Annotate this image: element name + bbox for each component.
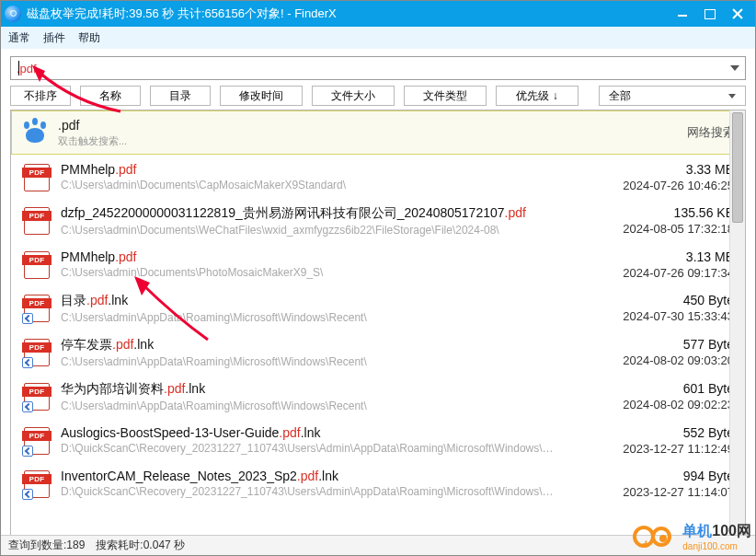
results-list: PDFPMMhelp.pdfC:\Users\admin\Documents\C…	[11, 155, 745, 504]
file-path: D:\QuickScanC\Recovery_20231227_110743\U…	[61, 442, 557, 455]
pdf-file-icon: PDF	[24, 383, 50, 411]
sort-size-button[interactable]: 文件大小	[312, 86, 395, 106]
results-panel: .pdf 双击触发搜索... 网络搜索 PDFPMMhelp.pdfC:\Use…	[10, 110, 746, 556]
search-dropdown-icon[interactable]	[730, 65, 739, 71]
result-row[interactable]: PDFAuslogics-BoostSpeed-13-User-Guide.pd…	[11, 418, 745, 461]
sort-type-button[interactable]: 文件类型	[404, 86, 487, 106]
filter-all-dropdown[interactable]: 全部	[599, 86, 746, 106]
pdf-file-icon: PDF	[24, 164, 50, 191]
result-row[interactable]: PDF目录.pdf.lnkC:\Users\admin\AppData\Roam…	[11, 285, 745, 330]
app-icon	[5, 6, 21, 22]
sort-toolbar: 不排序 名称 目录 修改时间 文件大小 文件类型 优先级 ↓ 全部	[10, 86, 746, 106]
result-row[interactable]: PDF停车发票.pdf.lnkC:\Users\admin\AppData\Ro…	[11, 330, 745, 374]
scrollbar-thumb[interactable]	[732, 112, 743, 223]
pdf-file-icon: PDF	[24, 251, 50, 279]
file-size: 552 Byte	[587, 425, 734, 440]
result-row[interactable]: PDFPMMhelp.pdfC:\Users\admin\Documents\P…	[11, 242, 745, 285]
sort-dir-button[interactable]: 目录	[150, 86, 211, 106]
pdf-file-icon: PDF	[24, 427, 50, 455]
search-box[interactable]	[10, 56, 746, 80]
file-date: 2024-08-02 09:03:20	[587, 353, 734, 367]
file-name: 停车发票.pdf.lnk	[61, 337, 576, 353]
menu-general[interactable]: 通常	[8, 30, 30, 46]
status-count: 查询到数量:189	[8, 538, 85, 553]
shortcut-overlay-icon	[22, 401, 33, 412]
watermark-logo: + 单机100网 danji100.com	[633, 522, 751, 551]
chevron-down-icon	[728, 94, 736, 98]
file-date: 2023-12-27 11:12:49	[587, 442, 734, 456]
close-button[interactable]	[724, 4, 751, 24]
search-input[interactable]	[17, 62, 730, 75]
menu-help[interactable]: 帮助	[78, 30, 100, 46]
file-name: Auslogics-BoostSpeed-13-User-Guide.pdf.l…	[61, 425, 576, 440]
file-size: 577 Byte	[587, 337, 734, 352]
web-search-suggestion[interactable]: .pdf 双击触发搜索... 网络搜索	[11, 110, 745, 155]
file-date: 2024-08-02 09:02:23	[587, 398, 734, 411]
menu-plugins[interactable]: 插件	[43, 30, 65, 46]
file-path: D:\QuickScanC\Recovery_20231227_110743\U…	[61, 485, 557, 498]
pdf-file-icon: PDF	[24, 470, 50, 498]
file-name: 目录.pdf.lnk	[61, 293, 576, 309]
result-row[interactable]: PDFPMMhelp.pdfC:\Users\admin\Documents\C…	[11, 155, 745, 198]
sort-priority-button[interactable]: 优先级 ↓	[496, 86, 578, 106]
sort-mtime-button[interactable]: 修改时间	[220, 86, 303, 106]
shortcut-overlay-icon	[22, 489, 33, 500]
maximize-button[interactable]	[696, 4, 724, 24]
shortcut-overlay-icon	[22, 313, 33, 324]
result-row[interactable]: PDFInventorCAM_Release_Notes_2023_Sp2.pd…	[11, 461, 745, 504]
baidu-paw-icon	[21, 119, 49, 146]
file-size: 601 Byte	[587, 381, 734, 396]
suggest-title: .pdf	[58, 118, 678, 133]
file-size: 994 Byte	[587, 469, 734, 483]
file-path: C:\Users\admin\Documents\PhotoMosaicMake…	[61, 266, 557, 279]
filter-all-label: 全部	[609, 88, 631, 104]
file-name: 华为内部培训资料.pdf.lnk	[61, 381, 576, 398]
suggest-action: 网络搜索	[687, 124, 735, 141]
vertical-scrollbar[interactable]	[729, 110, 745, 556]
logo-icon: +	[633, 524, 679, 550]
pdf-file-icon: PDF	[24, 339, 50, 366]
file-size: 3.13 MB	[587, 249, 734, 264]
file-path: C:\Users\admin\Documents\CapMosaicMakerX…	[61, 179, 557, 191]
text-cursor	[18, 61, 19, 75]
sort-none-button[interactable]: 不排序	[10, 86, 71, 106]
pdf-file-icon: PDF	[24, 207, 50, 235]
file-name: InventorCAM_Release_Notes_2023_Sp2.pdf.l…	[61, 469, 576, 483]
file-name: dzfp_24522000000031122819_贵州易游网讯科技有限公司_2…	[61, 205, 576, 222]
status-time: 搜索耗时:0.047 秒	[96, 538, 185, 553]
minimize-button[interactable]	[669, 4, 696, 24]
shortcut-overlay-icon	[22, 446, 33, 457]
file-date: 2024-07-26 10:46:25	[587, 179, 734, 192]
file-name: PMMhelp.pdf	[61, 162, 576, 177]
result-row[interactable]: PDFdzfp_24522000000031122819_贵州易游网讯科技有限公…	[11, 198, 745, 242]
file-path: C:\Users\admin\Documents\WeChatFiles\wxi…	[61, 224, 557, 237]
file-size: 135.56 KB	[587, 205, 734, 220]
file-date: 2024-07-26 09:17:34	[587, 266, 734, 280]
title-bar: 磁盘枚举完成!耗时:39.56 秒 共计:656156个对象! - Finder…	[1, 1, 755, 27]
file-path: C:\Users\admin\AppData\Roaming\Microsoft…	[61, 400, 557, 412]
shortcut-overlay-icon	[22, 357, 33, 368]
file-name: PMMhelp.pdf	[61, 249, 576, 264]
menu-bar: 通常 插件 帮助	[1, 27, 755, 49]
file-date: 2024-08-05 17:32:18	[587, 222, 734, 236]
result-row[interactable]: PDF华为内部培训资料.pdf.lnkC:\Users\admin\AppDat…	[11, 374, 745, 418]
window-title: 磁盘枚举完成!耗时:39.56 秒 共计:656156个对象! - Finder…	[27, 6, 669, 22]
sort-name-button[interactable]: 名称	[80, 86, 141, 106]
file-path: C:\Users\admin\AppData\Roaming\Microsoft…	[61, 355, 557, 368]
file-path: C:\Users\admin\AppData\Roaming\Microsoft…	[61, 311, 557, 324]
file-size: 450 Byte	[587, 293, 734, 307]
file-date: 2024-07-30 15:33:43	[587, 309, 734, 323]
file-date: 2023-12-27 11:14:07	[587, 485, 734, 499]
suggest-hint: 双击触发搜索...	[58, 134, 678, 148]
file-size: 3.33 MB	[587, 162, 734, 177]
pdf-file-icon: PDF	[24, 295, 50, 322]
